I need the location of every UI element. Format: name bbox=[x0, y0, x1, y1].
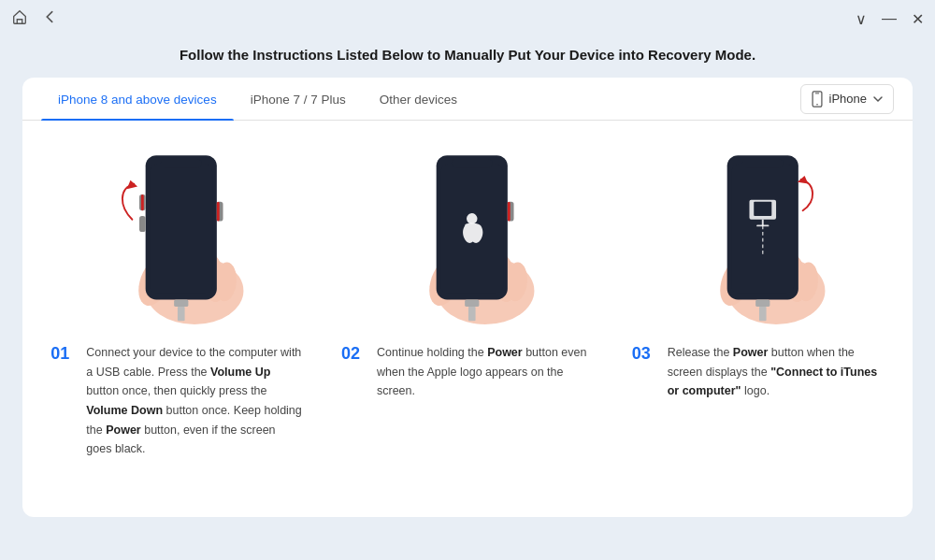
device-selector[interactable]: iPhone bbox=[800, 84, 894, 114]
step1-number: 01 bbox=[50, 343, 77, 365]
step3-number: 03 bbox=[632, 343, 658, 365]
step-1: 01 Connect your device to the computer w… bbox=[32, 139, 323, 459]
titlebar-right: ∨ — ✕ bbox=[856, 10, 924, 28]
svg-rect-30 bbox=[468, 307, 476, 321]
svg-rect-13 bbox=[139, 216, 146, 232]
chevron-down-icon[interactable]: ∨ bbox=[856, 10, 867, 28]
titlebar: ∨ — ✕ bbox=[0, 0, 935, 37]
step-2: 02 Continue holding the Power button eve… bbox=[323, 139, 613, 459]
svg-marker-18 bbox=[127, 180, 137, 190]
svg-rect-40 bbox=[754, 202, 771, 216]
step3-text: Release the Power button when the screen… bbox=[668, 343, 885, 401]
svg-rect-28 bbox=[508, 202, 511, 222]
page-title: Follow the Instructions Listed Below to … bbox=[0, 47, 935, 63]
svg-rect-16 bbox=[174, 299, 188, 307]
svg-rect-15 bbox=[217, 202, 220, 222]
step2-desc: 02 Continue holding the Power button eve… bbox=[341, 343, 594, 401]
svg-rect-38 bbox=[742, 159, 784, 168]
svg-rect-29 bbox=[465, 299, 479, 307]
back-icon[interactable] bbox=[41, 8, 58, 29]
step2-text: Continue holding the Power button even w… bbox=[377, 343, 594, 401]
minimize-icon[interactable]: — bbox=[882, 10, 897, 27]
device-label: iPhone bbox=[829, 92, 867, 106]
svg-rect-44 bbox=[755, 299, 770, 307]
tabs-row: iPhone 8 and above devices iPhone 7 / 7 … bbox=[22, 78, 913, 121]
svg-point-1 bbox=[816, 103, 818, 105]
tab-other[interactable]: Other devices bbox=[363, 78, 474, 120]
svg-rect-9 bbox=[151, 165, 213, 294]
svg-rect-45 bbox=[759, 307, 767, 321]
titlebar-left bbox=[11, 8, 58, 29]
close-icon[interactable]: ✕ bbox=[912, 10, 924, 28]
step3-desc: 03 Release the Power button when the scr… bbox=[632, 343, 885, 401]
steps-container: 01 Connect your device to the computer w… bbox=[22, 121, 913, 468]
tab-iphone7[interactable]: iPhone 7 / 7 Plus bbox=[234, 78, 363, 120]
svg-rect-26 bbox=[452, 159, 493, 168]
svg-marker-46 bbox=[798, 176, 808, 184]
svg-rect-12 bbox=[141, 194, 144, 210]
dropdown-chevron-icon bbox=[872, 93, 884, 105]
step2-number: 02 bbox=[341, 343, 367, 365]
step1-illustration bbox=[102, 139, 252, 326]
main-card: iPhone 8 and above devices iPhone 7 / 7 … bbox=[22, 78, 913, 517]
svg-rect-10 bbox=[161, 159, 202, 168]
step1-text: Connect your device to the computer with… bbox=[86, 343, 303, 459]
svg-rect-17 bbox=[178, 307, 185, 321]
home-icon[interactable] bbox=[11, 8, 28, 29]
phone-icon bbox=[811, 91, 824, 108]
tab-iphone8[interactable]: iPhone 8 and above devices bbox=[41, 78, 234, 120]
step-3: 03 Release the Power button when the scr… bbox=[612, 139, 903, 459]
step2-illustration bbox=[393, 139, 542, 326]
step1-desc: 01 Connect your device to the computer w… bbox=[50, 343, 303, 459]
step3-illustration bbox=[683, 139, 833, 326]
